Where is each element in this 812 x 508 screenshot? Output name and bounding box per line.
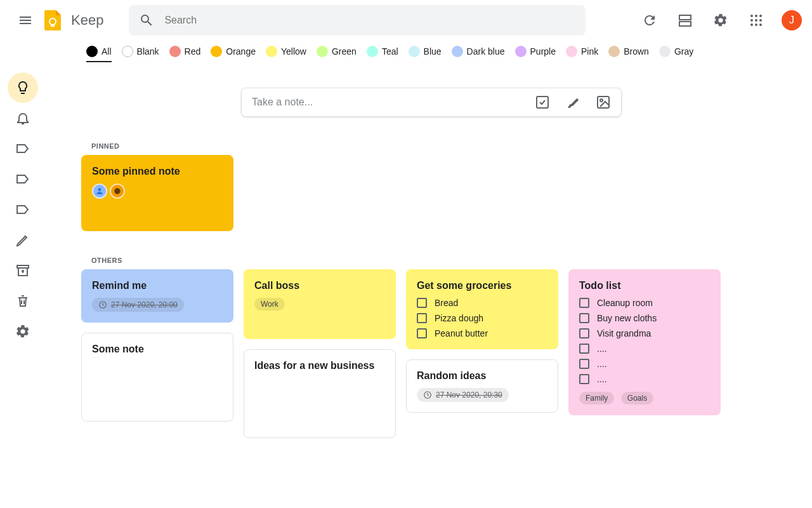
list-view-button[interactable]	[670, 5, 700, 36]
checklist-item[interactable]: Buy new cloths	[579, 313, 710, 323]
take-note-placeholder: Take a note...	[252, 97, 525, 108]
checklist-item[interactable]: Cleanup room	[579, 298, 710, 308]
color-filters: AllBlankRedOrangeYellowGreenTealBlueDark…	[0, 41, 812, 67]
apps-button[interactable]	[741, 5, 771, 36]
label-icon	[15, 202, 30, 217]
color-filter-label: Brown	[624, 46, 649, 57]
archive-icon	[15, 263, 30, 278]
note-card[interactable]: Get some groceries Bread Pizza dough Pea…	[406, 269, 558, 349]
sidebar-trash[interactable]	[8, 286, 38, 316]
checkbox-icon	[579, 374, 589, 384]
color-filter-label: Dark blue	[467, 46, 505, 57]
note-card[interactable]: Ideas for a new business	[244, 349, 396, 438]
sidebar-label-3[interactable]	[8, 194, 38, 225]
svg-point-12	[759, 23, 762, 26]
logo[interactable]: Keep	[41, 8, 103, 33]
svg-point-18	[114, 188, 120, 194]
header: Keep J	[0, 0, 812, 41]
note-card[interactable]: Some note	[81, 333, 233, 422]
checkbox-icon	[579, 298, 589, 308]
note-label[interactable]: Family	[579, 392, 614, 404]
color-filter-green[interactable]: Green	[317, 46, 357, 62]
checklist-item[interactable]: Visit grandma	[579, 328, 710, 338]
reminder-chip[interactable]: 27 Nov 2020, 20:00	[92, 298, 184, 312]
keep-logo-icon	[41, 8, 66, 33]
note-card[interactable]: Todo list Cleanup room Buy new cloths Vi…	[568, 269, 721, 415]
color-filter-teal[interactable]: Teal	[367, 46, 398, 62]
checklist-item[interactable]: ....	[579, 359, 710, 369]
svg-rect-2	[679, 15, 691, 20]
image-icon	[596, 95, 611, 110]
svg-rect-13	[17, 265, 29, 268]
account-avatar[interactable]: J	[782, 10, 802, 30]
sidebar-label-1[interactable]	[8, 133, 38, 164]
sidebar-archive[interactable]	[8, 255, 38, 286]
menu-icon	[18, 13, 33, 28]
settings-button[interactable]	[705, 5, 736, 36]
checkbox-icon	[579, 359, 589, 369]
color-filter-label: All	[102, 46, 112, 57]
color-filter-all[interactable]: All	[86, 46, 112, 62]
checkbox-icon	[579, 344, 589, 354]
checklist-item[interactable]: Peanut butter	[417, 328, 547, 338]
color-filter-label: Purple	[530, 46, 556, 57]
new-image-note-button[interactable]	[596, 95, 611, 110]
sidebar	[0, 67, 46, 508]
note-title: Remind me	[92, 280, 223, 291]
note-card[interactable]: Some pinned note	[81, 155, 233, 231]
checkbox-icon	[417, 313, 427, 323]
reminder-chip[interactable]: 27 Nov 2020, 20:30	[417, 388, 509, 402]
main-menu-button[interactable]	[10, 5, 41, 36]
sidebar-edit-labels[interactable]	[8, 225, 38, 255]
note-card[interactable]: Call boss Work	[244, 269, 396, 339]
new-drawing-button[interactable]	[565, 95, 580, 110]
color-filter-blue[interactable]: Blue	[409, 46, 442, 62]
sidebar-reminders[interactable]	[8, 103, 38, 133]
note-card[interactable]: Random ideas 27 Nov 2020, 20:30	[406, 359, 558, 413]
color-filter-label: Yellow	[281, 46, 306, 57]
search-input[interactable]	[164, 15, 575, 26]
color-dot-icon	[409, 46, 420, 57]
color-filter-orange[interactable]: Orange	[211, 46, 256, 62]
checklist-item[interactable]: Bread	[417, 298, 547, 308]
color-filter-yellow[interactable]: Yellow	[266, 46, 306, 62]
color-filter-dark-blue[interactable]: Dark blue	[452, 46, 505, 62]
note-label[interactable]: Goals	[621, 392, 653, 404]
take-note-input[interactable]: Take a note...	[241, 88, 622, 117]
color-filter-red[interactable]: Red	[169, 46, 201, 62]
color-filter-pink[interactable]: Pink	[566, 46, 598, 62]
color-dot-icon	[452, 46, 463, 57]
main-content: Take a note... PINNED Some pinned n	[46, 67, 812, 508]
color-filter-blank[interactable]: Blank	[122, 46, 159, 62]
color-dot-icon	[122, 46, 133, 57]
reminder-time: 27 Nov 2020, 20:30	[436, 391, 502, 399]
checklist-item[interactable]: ....	[579, 374, 710, 384]
checklist-item[interactable]: ....	[579, 344, 710, 354]
color-filter-gray[interactable]: Gray	[659, 46, 693, 62]
note-title: Some note	[92, 344, 223, 355]
svg-rect-1	[51, 25, 55, 27]
sidebar-settings[interactable]	[8, 316, 38, 347]
sidebar-notes[interactable]	[8, 72, 38, 103]
checkbox-icon	[417, 298, 427, 308]
svg-point-6	[759, 15, 762, 17]
sidebar-label-2[interactable]	[8, 164, 38, 194]
section-label-others: OTHERS	[91, 257, 782, 264]
note-title: Call boss	[254, 280, 385, 291]
color-filter-purple[interactable]: Purple	[515, 46, 556, 62]
svg-point-16	[600, 99, 603, 102]
checklist-item[interactable]: Pizza dough	[417, 313, 547, 323]
note-checklist: Bread Pizza dough Peanut butter	[417, 298, 547, 338]
note-card[interactable]: Remind me 27 Nov 2020, 20:00	[81, 269, 233, 323]
color-filter-label: Teal	[382, 46, 398, 57]
color-dot-icon	[566, 46, 577, 57]
svg-point-5	[755, 15, 757, 17]
color-dot-icon	[86, 46, 98, 57]
checkbox-icon	[579, 328, 589, 338]
note-label[interactable]: Work	[254, 298, 285, 311]
color-filter-brown[interactable]: Brown	[608, 46, 649, 62]
new-list-button[interactable]	[535, 95, 550, 110]
bell-icon	[15, 110, 30, 126]
search-box[interactable]	[129, 5, 586, 36]
refresh-button[interactable]	[634, 5, 665, 36]
